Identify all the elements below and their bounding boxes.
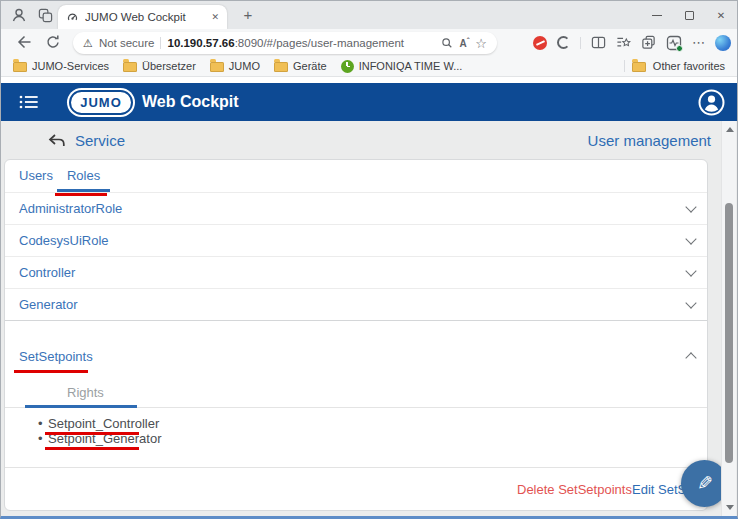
extension-icon-red[interactable] [533,36,547,50]
bookmark-label: INFONIQA TIME W... [359,60,463,72]
role-label: Controller [19,265,75,280]
list-item-right: Setpoint_Controller [48,416,707,431]
scroll-down-icon[interactable] [726,505,734,510]
other-favorites-label: Other favorites [653,60,725,72]
bookmark-folder[interactable]: Übersetzer [123,60,196,72]
tab-close-icon[interactable]: ✕ [211,12,219,22]
role-row-controller[interactable]: Controller [5,257,707,289]
scrollbar-thumb[interactable] [725,203,733,463]
role-label: CodesysUiRole [19,233,109,248]
tab-roles[interactable]: Roles [67,162,100,192]
annotation-underline-setpoint-controller [45,432,139,435]
service-bar: Service User management [1,121,737,159]
read-aloud-icon[interactable]: A [459,36,469,49]
bookmark-folder[interactable]: Geräte [274,60,327,72]
other-favorites[interactable]: Other favorites [624,60,725,72]
refresh-icon[interactable] [45,34,61,50]
app-header: JUMO Web Cockpit [1,83,737,121]
search-icon[interactable] [441,37,453,49]
browser-profile-icon[interactable] [11,7,27,23]
app-title: Web Cockpit [142,93,239,111]
breadcrumb[interactable]: Service [75,132,125,149]
annotation-underline-setpoint-generator [45,447,139,450]
divider [580,37,581,49]
role-label: SetSetpoints [19,349,93,364]
chevron-down-icon [685,265,696,276]
browser-essentials-icon[interactable] [666,35,682,51]
split-screen-icon[interactable] [591,35,606,50]
bookmark-label: Geräte [293,60,327,72]
url-path: :8090/#/pages/user-management [235,37,404,49]
tab-users[interactable]: Users [19,162,53,192]
copilot-icon[interactable] [715,35,731,51]
divider [160,37,161,49]
bookmarks-bar: JUMO-Services Übersetzer JUMO Geräte INF… [1,56,737,77]
collections-icon[interactable] [641,35,656,50]
chevron-down-icon [685,201,696,212]
minimize-button[interactable] [641,1,673,29]
browser-tab[interactable]: JUMO Web Cockpit ✕ [58,5,227,29]
bookmark-label: JUMO [229,60,260,72]
folder-icon [274,62,288,72]
url-text[interactable]: 10.190.57.66:8090/#/pages/user-managemen… [167,37,435,49]
chevron-down-icon [685,233,696,244]
role-label: AdministratorRole [19,201,122,216]
page-title: User management [588,132,711,149]
bookmark-label: JUMO-Services [32,60,109,72]
role-row-codesysuirole[interactable]: CodesysUiRole [5,225,707,257]
role-row-setsetpoints[interactable]: SetSetpoints [5,336,707,376]
folder-icon [632,62,646,72]
annotation-underline-roles [55,193,107,196]
new-tab-button[interactable]: + [239,6,257,23]
roles-card: Users Roles AdministratorRole CodesysUiR… [4,159,708,511]
more-menu-icon[interactable]: ⋯ [692,35,705,50]
bookmark-link[interactable]: INFONIQA TIME W... [341,60,463,73]
bookmark-folder[interactable]: JUMO [210,60,260,72]
folder-icon [210,62,224,72]
card-footer: Delete SetSetpoints Edit SetSetpoints [5,467,707,510]
delete-setsetpoints-button[interactable]: Delete SetSetpoints [517,482,632,497]
url-host: 10.190.57.66 [167,37,234,49]
address-bar[interactable]: ⚠ Not secure 10.190.57.66:8090/#/pages/u… [73,32,497,54]
role-row-administratorrole[interactable]: AdministratorRole [5,193,707,225]
rights-list: Setpoint_Controller Setpoint_Generator [5,416,707,446]
chevron-up-icon [685,352,696,363]
tab-bar: Users Roles [5,160,707,193]
user-avatar[interactable] [698,89,725,116]
back-icon[interactable] [15,34,31,50]
status-dot [676,45,683,52]
role-label: Generator [19,297,78,312]
security-label[interactable]: Not secure [99,37,155,49]
bookmark-label: Übersetzer [142,60,196,72]
menu-icon[interactable] [19,94,39,110]
warning-icon: ⚠ [83,38,93,49]
workspaces-icon[interactable] [38,8,53,23]
tab-favicon gauge-icon [66,11,79,24]
tab-rights[interactable]: Rights [67,385,104,400]
tab-title: JUMO Web Cockpit [85,11,205,23]
extension-icon-gray[interactable] [557,36,570,49]
expanded-panel-setsetpoints: SetSetpoints Rights Setpoint_Controller … [5,336,707,446]
page-scrollbar[interactable] [721,121,736,516]
back-arrow-icon[interactable] [47,133,66,148]
chevron-down-icon [685,297,696,308]
role-row-generator[interactable]: Generator [5,289,707,321]
bookmark-folder[interactable]: JUMO-Services [13,60,109,72]
window-controls: ✕ [641,1,737,29]
annotation-underline-setsetpoints [14,370,88,373]
maximize-button[interactable] [673,1,705,29]
divider [624,60,625,72]
pencil-icon: ✎ [697,472,713,495]
folder-icon [123,62,137,72]
toolbar-right-icons: ⋯ [533,29,731,56]
folder-icon [13,62,27,72]
scroll-up-icon[interactable] [726,127,734,132]
favorites-icon[interactable] [616,35,631,50]
browser-toolbar: ⚠ Not secure 10.190.57.66:8090/#/pages/u… [1,29,737,56]
favorite-star-icon[interactable]: ☆ [475,37,487,50]
browser-window: JUMO Web Cockpit ✕ + ✕ ⚠ Not secure 10.1… [0,0,738,519]
clock-icon [341,60,354,73]
active-tab-indicator [25,405,137,408]
close-button[interactable]: ✕ [705,1,737,29]
rights-tab-bar: Rights [5,376,707,408]
